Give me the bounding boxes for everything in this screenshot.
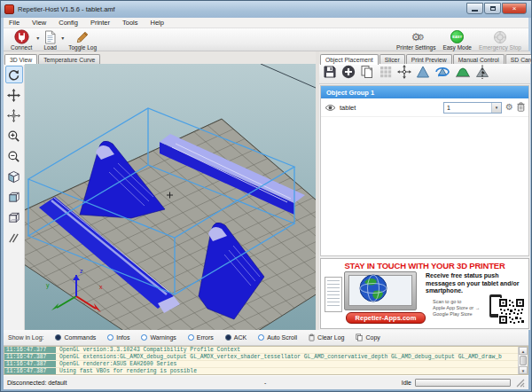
easy-mode-icon: EASY (450, 30, 464, 43)
delete-object-icon[interactable] (517, 99, 525, 115)
isometric-view-button[interactable] (5, 168, 23, 185)
object-row-tablet[interactable]: tablet 1 ▾ ⚙ (321, 98, 528, 117)
emergency-stop-button: Emergency Stop (475, 29, 525, 51)
add-object-button[interactable] (340, 64, 356, 83)
log-filter-autoscroll[interactable]: Auto Scroll (258, 334, 297, 341)
toggle-dot-icon (188, 334, 194, 341)
log-message: OpenGL renderer:ASUS EAH2600 Series (56, 361, 518, 367)
load-button[interactable]: Load (40, 29, 60, 51)
clear-log-button[interactable]: Clear Log (309, 333, 344, 341)
menu-tools[interactable]: Tools (122, 19, 138, 27)
toggle-log-button[interactable]: Toggle Log (65, 29, 100, 51)
copy-object-button[interactable] (359, 64, 375, 83)
zoom-in-button[interactable] (5, 127, 23, 145)
ad-qr-code (498, 298, 525, 328)
log-message: OpenGL version:3.3.10243 Compatibility P… (56, 347, 518, 353)
resize-grip-icon[interactable] (516, 379, 525, 388)
menu-view[interactable]: View (32, 19, 46, 27)
menu-printer[interactable]: Printer (90, 19, 110, 27)
ad-banner[interactable]: STAY IN TOUCH WITH YOUR 3D PRINTER Repet… (320, 258, 529, 329)
3d-viewport[interactable]: y x z (25, 64, 316, 330)
show-in-log-label: Show in Log: (8, 334, 43, 341)
connect-dropdown-icon[interactable]: ▾ (36, 35, 39, 41)
title-bar[interactable]: Repetier-Host V1.5.6 - tablet.amf × (1, 1, 531, 18)
log-toolbar: Show in Log: Commands Infos Warnings Err… (4, 330, 528, 346)
menu-file[interactable]: File (9, 19, 20, 27)
copies-value: 1 (444, 105, 491, 111)
emergency-stop-icon (493, 30, 507, 43)
close-button[interactable]: × (502, 3, 527, 14)
save-object-button[interactable] (322, 64, 338, 83)
cut-object-button[interactable] (474, 64, 490, 83)
object-list-panel: Object Group 1 tablet 1 ▾ ⚙ (320, 85, 529, 256)
maximize-button[interactable] (484, 3, 501, 14)
copy-log-button[interactable]: Copy (356, 333, 379, 341)
toggle-dot-icon (141, 334, 147, 341)
tab-sd-card[interactable]: SD Card (505, 54, 532, 64)
move-view-button[interactable] (5, 86, 23, 104)
left-pane: 3D View Temperature Curve (4, 51, 316, 330)
log-filter-commands[interactable]: Commands (55, 334, 96, 341)
ad-link-button[interactable]: Repetier-Apps.com (346, 312, 426, 324)
tab-print-preview[interactable]: Print Preview (406, 54, 452, 64)
log-filter-warnings[interactable]: Warnings (141, 334, 176, 341)
visibility-eye-icon[interactable] (325, 99, 336, 115)
ad-globe-graphic (358, 273, 388, 307)
log-scrollbar[interactable]: ▲ ▼ (518, 347, 528, 374)
ad-checklist-graphic (325, 277, 342, 312)
right-pane: Object Placement Slicer Print Preview Ma… (319, 51, 530, 330)
log-timestamp: 11:16:47.387 (4, 368, 56, 374)
object-list-empty-area (321, 117, 528, 255)
window-title: Repetier-Host V1.5.6 - tablet.amf (18, 5, 115, 13)
minimize-icon (472, 10, 478, 12)
trash-icon (309, 333, 315, 341)
scale-object-button[interactable] (415, 64, 431, 83)
window-controls: × (466, 3, 527, 14)
printer-settings-button[interactable]: ⚙⚙ Printer Settings (393, 29, 439, 51)
log-message: OpenGL extensions:GL_AMDX_debug_output G… (56, 354, 518, 360)
front-view-button[interactable] (5, 188, 23, 206)
menu-help[interactable]: Help (151, 19, 164, 27)
tab-slicer[interactable]: Slicer (379, 54, 405, 64)
object-settings-icon[interactable]: ⚙ (505, 103, 513, 112)
tab-object-placement[interactable]: Object Placement (320, 54, 379, 65)
copies-dropdown[interactable]: 1 ▾ (443, 102, 502, 114)
zoom-out-button[interactable] (5, 147, 23, 165)
center-object-button[interactable] (396, 64, 412, 83)
dropdown-arrow-icon[interactable]: ▾ (491, 103, 501, 113)
parallel-projection-button[interactable] (5, 229, 23, 247)
maximize-icon (490, 6, 496, 11)
log-timestamp: 11:16:47.377 (4, 347, 56, 353)
scrollbar-thumb[interactable] (520, 356, 527, 365)
top-view-button[interactable] (5, 208, 23, 226)
load-dropdown-icon[interactable]: ▾ (61, 35, 64, 41)
log-timestamp: 11:16:47.387 (4, 354, 56, 360)
connect-button[interactable]: Connect (7, 29, 35, 51)
easy-mode-button[interactable]: EASY Easy Mode (439, 29, 475, 51)
tab-manual-control[interactable]: Manual Control (453, 54, 505, 64)
menu-config[interactable]: Config (59, 19, 78, 27)
log-filter-ack[interactable]: ACK (225, 334, 246, 341)
rotate-object-button[interactable] (434, 64, 451, 83)
scroll-up-icon[interactable]: ▲ (519, 347, 528, 355)
log-message: Using fast VBOs for rendering is possibl… (56, 368, 518, 374)
move-object-button[interactable] (5, 106, 23, 124)
log-timestamp: 11:16:47.387 (4, 361, 56, 367)
progress-bar (415, 379, 511, 387)
tab-temperature-curve[interactable]: Temperature Curve (38, 54, 100, 64)
object-name: tablet (340, 104, 356, 112)
app-window: Repetier-Host V1.5.6 - tablet.amf × File… (0, 0, 532, 392)
ad-body-text: Receive free status push messages on you… (426, 272, 527, 295)
ad-scan-text: Scan to go to Apple App Store or → Googl… (433, 299, 488, 318)
scroll-down-icon[interactable]: ▼ (519, 366, 528, 374)
rotate-view-button[interactable] (5, 66, 23, 83)
main-toolbar: Connect ▾ Load ▾ Toggle Log ⚙⚙ Printer S… (4, 28, 528, 51)
main-area: 3D View Temperature Curve (4, 51, 530, 330)
minimize-button[interactable] (466, 3, 483, 14)
log-filter-errors[interactable]: Errors (188, 334, 214, 341)
object-group-header[interactable]: Object Group 1 (321, 86, 528, 98)
drop-object-button[interactable] (454, 64, 472, 83)
axis-label-z: z (80, 268, 83, 274)
log-filter-infos[interactable]: Infos (107, 334, 129, 341)
left-tab-strip: 3D View Temperature Curve (4, 51, 316, 64)
